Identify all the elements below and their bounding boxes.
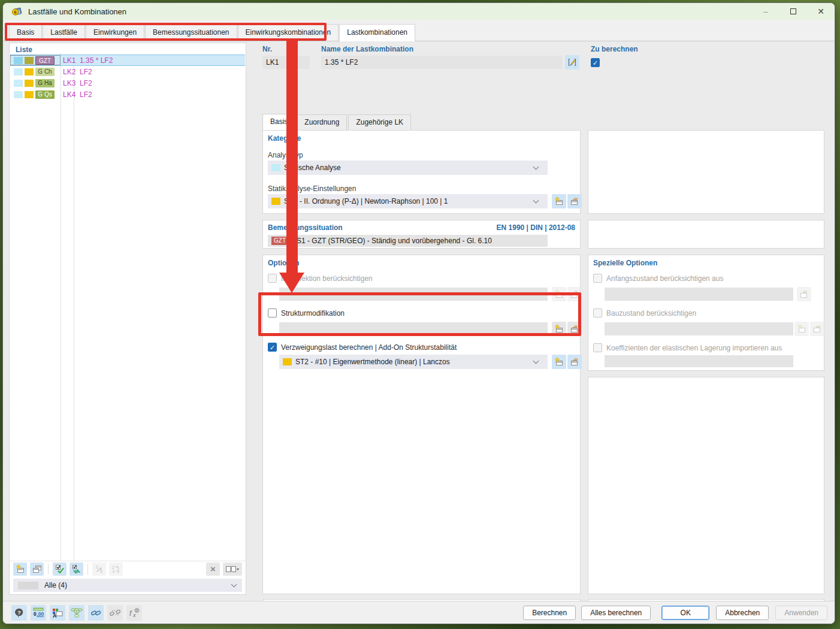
model-tree-icon[interactable] (69, 605, 84, 621)
zu-berechnen-label: Zu berechnen (591, 45, 638, 53)
column-divider (74, 53, 74, 561)
bemessungssituation-field[interactable]: GZT BS1 - GZT (STR/GEO) - Ständig und vo… (268, 235, 548, 247)
subtab-zuordnung[interactable]: Zuordnung (297, 114, 347, 130)
statikanalyse-dropdown[interactable]: SA2 - II. Ordnung (P-Δ) | Newton-Raphson… (268, 194, 548, 208)
ok-button[interactable]: OK (661, 606, 709, 620)
link-icon[interactable] (88, 605, 104, 621)
svg-text:6: 6 (14, 10, 17, 15)
close-button[interactable]: ✕ (807, 3, 835, 20)
view-mode-icon[interactable] (223, 563, 242, 576)
chevron-down-icon (533, 358, 539, 364)
copy-item-icon[interactable] (30, 563, 44, 576)
design-situation-badge: G Ha (35, 79, 55, 87)
analysis-type-swatch (271, 164, 280, 171)
rename-button[interactable] (565, 55, 579, 69)
lk-name: LF2 (74, 68, 92, 76)
svg-text:?: ? (17, 610, 21, 616)
analysis-type-swatch (14, 80, 23, 87)
new-item-icon[interactable] (13, 563, 27, 576)
tab-lastkombinationen[interactable]: Lastkombinationen (339, 24, 415, 41)
bemessungssituation-value: BS1 - GZT (STR/GEO) - Ständig und vorübe… (292, 235, 492, 247)
svg-text:6: 6 (117, 569, 119, 573)
subtab-zugehoerige-lk[interactable]: Zugehörige LK (348, 114, 411, 130)
tab-einwirkungen[interactable]: Einwirkungen (86, 24, 144, 41)
settings-swatch (25, 57, 34, 64)
check-all-icon[interactable] (53, 563, 67, 576)
berechnen-button[interactable]: Berechnen (523, 606, 576, 620)
toolbar-divider (87, 564, 88, 574)
edit-statikanalyse-button[interactable] (567, 194, 582, 208)
svg-text:f: f (129, 609, 132, 618)
maximize-button[interactable] (779, 3, 807, 20)
anfangszustand-checkbox[interactable] (593, 274, 602, 283)
formula-icon[interactable]: fx (126, 605, 142, 621)
new-stabilitaet-button[interactable] (552, 355, 566, 369)
app-icon: 6 (11, 6, 22, 17)
help-icon[interactable]: ? (11, 605, 27, 621)
strukturmodifikation-checkbox[interactable] (268, 309, 277, 317)
new-statikanalyse-button[interactable] (552, 194, 566, 208)
title-bar: 6 Lastfälle und Kombinationen – ✕ (3, 3, 835, 20)
koeffizienten-label: Koeffizienten der elastischen Lagerung i… (606, 344, 782, 352)
analysetyp-label: Analysetyp (268, 151, 303, 159)
decimal-places-icon[interactable]: 0,00 (31, 605, 46, 621)
verzweigungslast-value: ST2 - #10 | Eigenwertmethode (linear) | … (295, 358, 450, 366)
renumber-icon[interactable]: 26 (92, 563, 106, 576)
name-field[interactable]: 1.35 * LF2 (321, 56, 563, 69)
bauzustand-checkbox[interactable] (593, 309, 602, 317)
bauzustand-label: Bauzustand berücksichtigen (606, 309, 696, 317)
name-label: Name der Lastkombination (321, 45, 413, 53)
delete-icon[interactable]: × (206, 563, 220, 576)
maximize-icon (790, 8, 796, 14)
nr-field[interactable]: LK1 (262, 56, 310, 69)
edit-stabilitaet-button[interactable] (567, 355, 582, 369)
list-row-lk4[interactable]: G Qs LK4 LF2 (10, 89, 245, 100)
imperfektion-label: Imperfektion berücksichtigen (281, 274, 373, 283)
alles-berechnen-button[interactable]: Alles berechnen (581, 606, 651, 620)
zu-berechnen-checkbox[interactable]: ✓ (591, 58, 600, 67)
verzweigungslast-checkbox[interactable]: ✓ (268, 343, 277, 352)
chevron-down-icon (231, 582, 237, 588)
subtab-basis[interactable]: Basis (262, 114, 295, 130)
list-toolbar: 26 26 × (10, 561, 246, 576)
strukturmodifikation-field (279, 322, 548, 335)
analysis-type-swatch (14, 68, 23, 75)
edit-strukturmodifikation-button[interactable] (567, 322, 582, 336)
imperfektion-checkbox[interactable] (268, 274, 277, 283)
strukturstabilitaet-dropdown[interactable]: ST2 - #10 | Eigenwertmethode (linear) | … (279, 355, 548, 369)
lk-name: LF2 (74, 79, 92, 87)
list-row-lk1[interactable]: GZT LK1 1.35 * LF2 (10, 55, 245, 66)
filter-value: Alle (4) (44, 581, 67, 589)
lk-number: LK3 (61, 79, 74, 87)
display-settings-icon[interactable]: A (50, 605, 65, 621)
design-situation-badge: GZT (35, 56, 55, 65)
anwenden-button[interactable]: Anwenden (775, 606, 827, 620)
optionen-header: Optionen (268, 259, 300, 267)
minimize-button[interactable]: – (752, 3, 779, 20)
spezielle-optionen-box: Spezielle Optionen Anfangszustand berück… (588, 255, 824, 371)
abbrechen-button[interactable]: Abbrechen (716, 606, 769, 620)
tab-bemessungssituationen[interactable]: Bemessungssituationen (145, 24, 237, 41)
list-row-lk3[interactable]: G Ha LK3 LF2 (10, 77, 245, 89)
list-row-lk2[interactable]: G Ch LK2 LF2 (10, 66, 245, 77)
load-combination-list-panel: Liste GZT LK1 1.35 * LF2 (9, 43, 246, 595)
unlink-icon[interactable] (107, 605, 123, 621)
lk-name: 1.35 * LF2 (74, 56, 113, 65)
design-situation-badge: G Qs (35, 90, 55, 99)
analysetyp-dropdown[interactable]: Statische Analyse (268, 161, 548, 175)
list-filter-dropdown[interactable]: Alle (4) (13, 579, 242, 592)
new-strukturmodifikation-button[interactable] (552, 322, 566, 336)
svg-text:x: x (132, 612, 136, 618)
norm-label: EN 1990 | DIN | 2012-08 (497, 223, 575, 232)
stability-swatch (283, 358, 292, 365)
footer-toolbar: ? 0,00 A fx (11, 605, 142, 621)
koeffizienten-checkbox[interactable] (593, 343, 602, 352)
tab-einwirkungskombinationen[interactable]: Einwirkungskombinationen (238, 24, 339, 41)
toggle-check-icon[interactable] (70, 563, 83, 576)
renumber-gaps-icon[interactable]: 26 (109, 563, 123, 576)
kategorie-box: Kategorie Analysetyp Statische Analyse S… (262, 130, 581, 214)
filter-swatch (18, 582, 38, 589)
analysis-type-swatch (14, 57, 23, 64)
tab-lastfaelle[interactable]: Lastfälle (43, 24, 85, 41)
tab-basis[interactable]: Basis (9, 24, 42, 41)
